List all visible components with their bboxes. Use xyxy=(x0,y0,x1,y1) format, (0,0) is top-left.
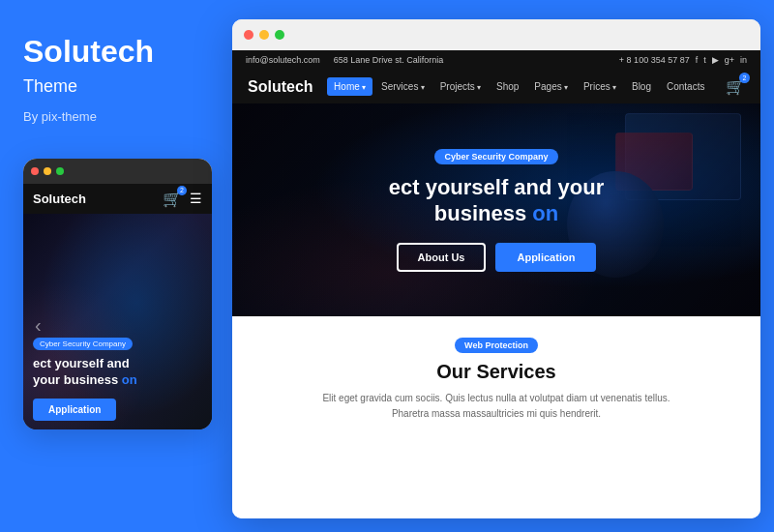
mobile-application-button[interactable]: Application xyxy=(33,399,116,421)
desktop-browser: info@solutech.com 658 Lane Drive st. Cal… xyxy=(232,19,760,518)
desktop-hero: Cyber Security Company ect yourself and … xyxy=(232,103,760,316)
hamburger-icon[interactable]: ☰ xyxy=(190,191,202,206)
desktop-topbar: info@solutech.com 658 Lane Drive st. Cal… xyxy=(232,50,760,70)
social-twitter-icon[interactable]: t xyxy=(703,55,706,65)
about-us-button[interactable]: About Us xyxy=(397,243,487,272)
brand-by: By pix-theme xyxy=(23,109,209,124)
mobile-hero: ‹ Cyber Security Company ect yourself an… xyxy=(23,214,212,429)
services-description: Elit eget gravida cum sociis. Quis lectu… xyxy=(322,391,670,422)
social-linkedin-icon[interactable]: in xyxy=(740,55,747,65)
mobile-dot-yellow xyxy=(44,167,51,175)
desktop-nav-menu: Home Services Projects Shop Pages Prices… xyxy=(327,77,711,96)
mobile-mockup: Solutech 🛒 2 ☰ ‹ Cyber Security Company … xyxy=(23,159,212,429)
topbar-left: info@solutech.com 658 Lane Drive st. Cal… xyxy=(246,55,443,65)
mobile-browser-bar xyxy=(23,159,212,184)
social-google-icon[interactable]: g+ xyxy=(725,55,734,65)
mobile-nav: Solutech 🛒 2 ☰ xyxy=(23,184,212,214)
nav-item-pages[interactable]: Pages xyxy=(527,77,575,96)
desktop-cart-icon[interactable]: 🛒 2 xyxy=(726,77,745,96)
mobile-nav-icons: 🛒 2 ☰ xyxy=(163,190,202,208)
desktop-dot-green xyxy=(275,30,284,40)
brand-subtitle: Theme xyxy=(23,76,209,98)
mobile-dot-green xyxy=(56,167,64,175)
hero-headline: ect yourself and your business on xyxy=(389,174,605,227)
mobile-prev-arrow[interactable]: ‹ xyxy=(35,313,42,336)
nav-item-services[interactable]: Services xyxy=(374,77,432,96)
nav-item-shop[interactable]: Shop xyxy=(490,77,525,96)
topbar-address: 658 Lane Drive st. California xyxy=(334,55,444,65)
topbar-phone: + 8 100 354 57 87 xyxy=(619,55,690,65)
topbar-right: + 8 100 354 57 87 f t ▶ g+ in xyxy=(619,55,747,65)
mobile-security-badge: Cyber Security Company xyxy=(33,338,133,350)
desktop-services: Web Protection Our Services Elit eget gr… xyxy=(232,316,760,518)
hero-buttons: About Us Application xyxy=(397,243,597,272)
hero-content: Cyber Security Company ect yourself and … xyxy=(389,149,605,272)
mobile-dot-red xyxy=(31,167,39,175)
social-youtube-icon[interactable]: ▶ xyxy=(712,55,719,65)
desktop-nav: Solutech Home Services Projects Shop Pag… xyxy=(232,70,760,103)
right-panel: info@solutech.com 658 Lane Drive st. Cal… xyxy=(232,0,774,532)
desktop-dot-red xyxy=(244,30,253,40)
mobile-hero-img xyxy=(23,214,212,429)
nav-item-contacts[interactable]: Contacts xyxy=(660,77,711,96)
services-title: Our Services xyxy=(436,361,555,383)
mobile-cart-badge: 2 xyxy=(177,186,187,195)
nav-item-prices[interactable]: Prices xyxy=(577,77,623,96)
nav-item-projects[interactable]: Projects xyxy=(433,77,488,96)
desktop-cart-badge: 2 xyxy=(739,73,750,83)
mobile-hero-headline: ect yourself and your business on xyxy=(33,356,202,389)
left-panel: Solutech Theme By pix-theme Solutech 🛒 2… xyxy=(0,0,232,453)
social-facebook-icon[interactable]: f xyxy=(696,55,699,65)
mobile-nav-logo: Solutech xyxy=(33,192,86,206)
hero-security-badge: Cyber Security Company xyxy=(434,149,557,164)
nav-item-home[interactable]: Home xyxy=(327,77,372,96)
mobile-cart-icon[interactable]: 🛒 2 xyxy=(163,190,182,208)
brand-title: Solutech xyxy=(23,35,209,69)
desktop-dot-yellow xyxy=(259,30,269,40)
application-button[interactable]: Application xyxy=(495,243,596,272)
topbar-email: info@solutech.com xyxy=(246,55,320,65)
desktop-browser-bar xyxy=(232,19,760,50)
nav-item-blog[interactable]: Blog xyxy=(625,77,658,96)
services-badge: Web Protection xyxy=(455,338,538,353)
desktop-nav-logo: Solutech xyxy=(248,78,313,96)
